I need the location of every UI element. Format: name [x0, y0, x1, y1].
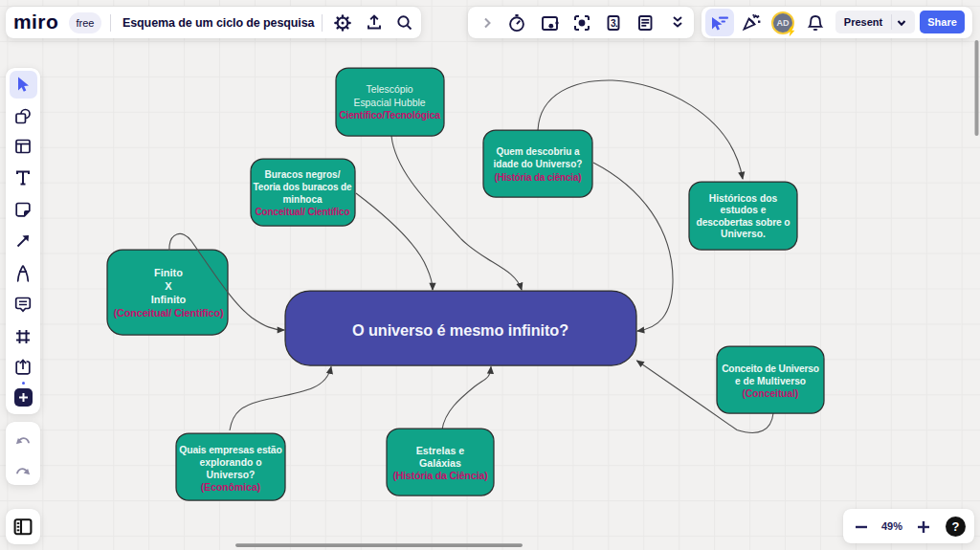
svg-text:Universo.: Universo. [721, 229, 766, 239]
svg-text:estudos e: estudos e [720, 205, 766, 215]
svg-text:Quais empresas estão: Quais empresas estão [179, 445, 281, 455]
svg-text:Conceito de Universo: Conceito de Universo [722, 363, 819, 374]
svg-text:(História da ciência): (História da ciência) [495, 172, 582, 183]
svg-text:descobertas sobre o: descobertas sobre o [697, 217, 791, 228]
svg-text:(História da Ciência): (História da Ciência) [392, 470, 488, 481]
svg-text:Conceitual/ Científico: Conceitual/ Científico [256, 207, 350, 217]
svg-text:(Econômica): (Econômica) [201, 482, 260, 493]
svg-text:(Conceitual/ Cientifico): (Conceitual/ Cientifico) [114, 307, 225, 319]
svg-text:Quem descobriu a: Quem descobriu a [496, 146, 580, 157]
svg-text:Históricos dos: Históricos dos [709, 193, 778, 204]
svg-text:Buracos negros/: Buracos negros/ [265, 169, 341, 180]
svg-text:Universo?: Universo? [207, 470, 256, 480]
svg-text:O universo é mesmo infinito?: O universo é mesmo infinito? [352, 321, 568, 339]
svg-text:explorando o: explorando o [199, 457, 261, 468]
svg-text:minhoca: minhoca [282, 194, 323, 205]
svg-text:Espacial Hubble: Espacial Hubble [353, 98, 425, 108]
svg-text:Galáxias: Galáxias [419, 457, 461, 469]
svg-text:X: X [165, 280, 172, 292]
svg-text:Telescópio: Telescópio [366, 84, 412, 95]
svg-text:Infinito: Infinito [151, 294, 187, 305]
svg-text:Finito: Finito [154, 267, 183, 278]
svg-text:3: 3 [611, 17, 616, 28]
svg-text:idade do Universo?: idade do Universo? [494, 159, 583, 169]
svg-text:e de Multiverso: e de Multiverso [735, 376, 806, 386]
svg-text:Científico/Tecnológica: Científico/Tecnológica [339, 110, 440, 121]
svg-text:(Conceitual): (Conceitual) [743, 388, 799, 399]
svg-text:Teoria dos buracos de: Teoria dos buracos de [254, 182, 352, 192]
svg-text:Estrelas e: Estrelas e [416, 445, 465, 456]
